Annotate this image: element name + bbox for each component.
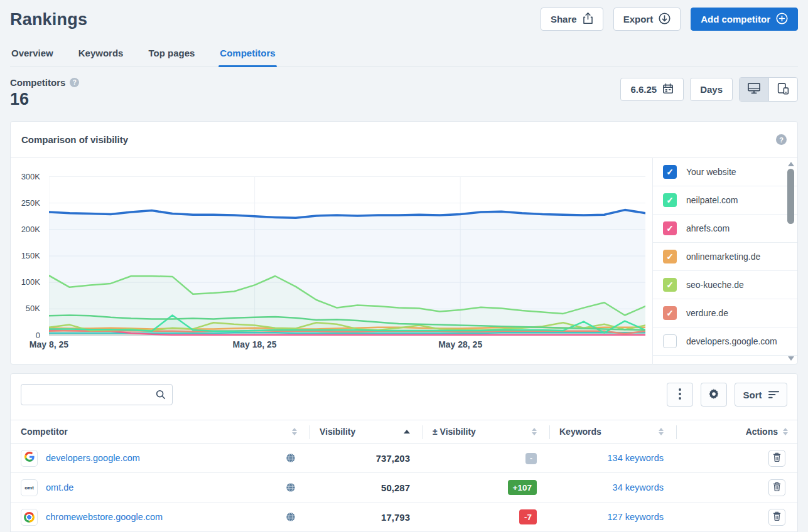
- tab-overview[interactable]: Overview: [10, 44, 55, 66]
- scroll-up-icon[interactable]: [788, 162, 794, 166]
- actions-cell: [676, 509, 797, 526]
- delete-competitor-button[interactable]: [768, 479, 785, 496]
- checked-checkbox-icon[interactable]: ✓: [663, 165, 677, 179]
- legend-item[interactable]: developers.google.com: [653, 327, 797, 356]
- trash-icon: [773, 511, 781, 523]
- more-options-button[interactable]: [667, 383, 693, 407]
- column-header-label: Competitor: [21, 427, 68, 437]
- keywords-link[interactable]: 127 keywords: [608, 512, 664, 522]
- legend-item-label: neilpatel.com: [686, 195, 738, 205]
- table-body: developers.google.com737,203-134 keyword…: [11, 444, 797, 532]
- help-icon[interactable]: ?: [776, 134, 787, 145]
- column-header-keywords[interactable]: Keywords: [549, 420, 676, 443]
- google-favicon-icon: [24, 452, 35, 464]
- kebab-menu-icon: [679, 388, 681, 402]
- visibility-value: 50,287: [310, 482, 423, 493]
- export-button[interactable]: Export: [613, 8, 681, 31]
- tab-competitors[interactable]: Competitors: [218, 44, 276, 66]
- tab-bar: Overview Keywords Top pages Competitors: [10, 44, 798, 67]
- legend-item[interactable]: ✓neilpatel.com: [653, 186, 797, 215]
- add-competitor-button[interactable]: Add competitor: [691, 8, 798, 31]
- monitor-icon: [747, 82, 761, 97]
- gear-icon: [708, 388, 720, 402]
- actions-cell: [676, 450, 797, 467]
- change-badge: +107: [508, 480, 537, 495]
- chart-controls: 6.6.25 Days: [620, 77, 798, 102]
- favicon-box: [21, 450, 38, 467]
- search-input[interactable]: [21, 384, 173, 405]
- competitor-cell: chromewebstore.google.com: [11, 509, 310, 526]
- y-axis-tick: 100K: [11, 277, 40, 287]
- column-header-competitor[interactable]: Competitor: [11, 420, 310, 443]
- delete-competitor-button[interactable]: [768, 450, 785, 467]
- share-icon: [583, 13, 593, 26]
- competitor-domain-link[interactable]: chromewebstore.google.com: [46, 512, 163, 522]
- legend-item-label: verdure.de: [686, 308, 728, 318]
- legend-scrollbar[interactable]: [787, 160, 795, 363]
- tab-keywords[interactable]: Keywords: [77, 44, 125, 66]
- scrollbar-thumb[interactable]: [787, 169, 794, 224]
- competitor-domain-link[interactable]: omt.de: [46, 482, 73, 492]
- legend-item[interactable]: ✓onlinemarketing.de: [653, 243, 797, 271]
- sort-button[interactable]: Sort: [735, 383, 787, 407]
- tab-top-pages[interactable]: Top pages: [147, 44, 196, 66]
- sort-toggle-icon[interactable]: [292, 428, 297, 435]
- table-actions: Sort: [667, 383, 787, 407]
- column-header-actions[interactable]: Actions: [676, 420, 797, 443]
- chart-body: 050K100K150K200K250K300K May 8, 25May 18…: [11, 157, 797, 364]
- share-button-label: Share: [551, 14, 577, 24]
- legend-item-label: Your website: [686, 167, 736, 177]
- unchecked-checkbox-icon[interactable]: [663, 334, 677, 348]
- date-picker-button[interactable]: 6.6.25: [620, 78, 684, 101]
- globe-icon[interactable]: [286, 453, 296, 463]
- y-axis-tick: 50K: [11, 304, 40, 313]
- column-header-visibility[interactable]: ± Visibility: [423, 420, 549, 443]
- legend-item[interactable]: ✓Your website: [653, 158, 797, 186]
- delete-competitor-button[interactable]: [768, 509, 785, 526]
- checked-checkbox-icon[interactable]: ✓: [663, 250, 677, 263]
- chart-title: Comparison of visibility: [21, 134, 128, 145]
- favicon-box: omt: [21, 479, 38, 496]
- table-row: developers.google.com737,203-134 keyword…: [11, 444, 797, 473]
- sort-button-label: Sort: [743, 390, 762, 400]
- competitors-count-value: 16: [10, 90, 79, 109]
- checked-checkbox-icon[interactable]: ✓: [663, 221, 677, 235]
- visibility-chart-card: Comparison of visibility ? 050K100K150K2…: [10, 121, 798, 364]
- checked-checkbox-icon[interactable]: ✓: [663, 278, 677, 292]
- trash-icon: [773, 482, 781, 493]
- sort-toggle-icon[interactable]: [532, 428, 537, 435]
- competitor-domain-link[interactable]: developers.google.com: [46, 453, 140, 463]
- help-icon[interactable]: ?: [70, 78, 79, 87]
- granularity-button[interactable]: Days: [690, 78, 733, 101]
- visibility-change-cell: -: [423, 452, 549, 464]
- search-box: [21, 384, 173, 405]
- legend-item[interactable]: ✓seo-kueche.de: [653, 271, 797, 299]
- visibility-line-chart[interactable]: [49, 176, 645, 336]
- table-row: chromewebstore.google.com17,793-7127 key…: [11, 503, 797, 532]
- settings-button[interactable]: [701, 383, 727, 407]
- column-header-visibility[interactable]: Visibility: [310, 420, 423, 443]
- sort-ascending-icon[interactable]: [404, 430, 410, 434]
- checked-checkbox-icon[interactable]: ✓: [663, 193, 677, 207]
- checked-checkbox-icon[interactable]: ✓: [663, 306, 677, 320]
- globe-icon[interactable]: [286, 512, 296, 522]
- summary-section: Competitors ? 16 6.6.25 Days: [10, 77, 798, 114]
- share-button[interactable]: Share: [541, 8, 603, 31]
- legend-item-label: ahrefs.com: [686, 223, 730, 233]
- scroll-down-icon[interactable]: [788, 356, 794, 361]
- keywords-cell: 127 keywords: [549, 511, 676, 523]
- legend-item[interactable]: ✓ahrefs.com: [653, 215, 797, 243]
- keywords-link[interactable]: 34 keywords: [613, 482, 664, 492]
- competitor-cell: omtomt.de: [11, 479, 310, 496]
- sort-toggle-icon[interactable]: [783, 428, 788, 435]
- y-axis-tick: 250K: [11, 198, 40, 208]
- chrome-web-store-favicon-icon: [24, 512, 35, 523]
- keywords-link[interactable]: 134 keywords: [608, 453, 664, 463]
- device-toggle-mobile[interactable]: [768, 78, 797, 101]
- globe-icon[interactable]: [286, 482, 296, 492]
- sort-toggle-icon[interactable]: [659, 428, 664, 435]
- change-badge: -: [525, 453, 537, 464]
- device-toggle-desktop[interactable]: [740, 78, 768, 101]
- legend-item[interactable]: ✓verdure.de: [653, 299, 797, 327]
- x-axis-tick: May 18, 25: [220, 339, 289, 349]
